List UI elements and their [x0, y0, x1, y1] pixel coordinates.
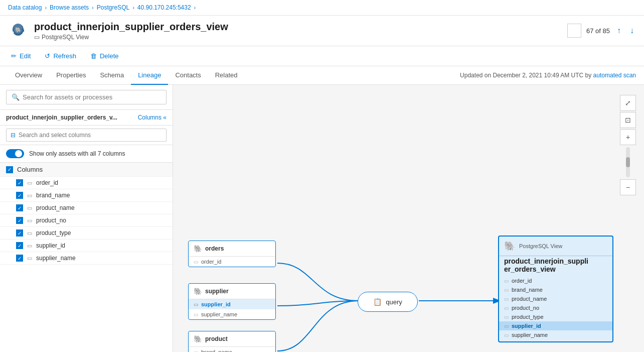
- asset-search-box[interactable]: 🔍: [6, 90, 167, 104]
- nav-up-arrow[interactable]: ↑: [615, 24, 623, 37]
- field-icon: ▭: [504, 305, 509, 311]
- list-item[interactable]: ▭ product_name: [0, 202, 173, 214]
- col-name: product_name: [36, 204, 75, 211]
- updated-by-link[interactable]: automated scan: [593, 72, 636, 79]
- list-item[interactable]: ▭ order_id: [0, 177, 173, 189]
- col-checkbox-product_name[interactable]: [16, 204, 23, 211]
- view-icon: ▭: [34, 34, 40, 41]
- target-field-highlighted: supplier_id: [512, 323, 541, 329]
- field-icon: ▭: [194, 302, 198, 307]
- toggle-row: Show only assets with all 7 columns: [0, 145, 173, 163]
- postgresql-icon: 🐘: [8, 21, 28, 41]
- col-field-icon: ▭: [27, 192, 32, 199]
- target-name: product_innerjoin_supplier_orders_view: [499, 256, 612, 276]
- col-name: product_no: [36, 217, 66, 224]
- columns-list: Columns ▭ order_id ▭ brand_name ▭ produc…: [0, 163, 173, 352]
- field-icon: ▭: [194, 259, 198, 265]
- tabs-list: Overview Properties Schema Lineage Conta…: [8, 66, 245, 84]
- columns-search-wrap: ⊟: [0, 126, 173, 145]
- list-item[interactable]: ▭ brand_name: [0, 189, 173, 202]
- columns-search-box[interactable]: ⊟: [6, 129, 167, 142]
- tab-properties[interactable]: Properties: [49, 66, 93, 85]
- zoom-out-button[interactable]: −: [620, 179, 636, 195]
- supplier-pg-icon: 🐘: [194, 287, 202, 295]
- tab-schema[interactable]: Schema: [93, 66, 131, 85]
- list-item[interactable]: ▭ product_no: [0, 214, 173, 227]
- col-checkbox-product_type[interactable]: [16, 229, 23, 237]
- zoom-slider-thumb[interactable]: [626, 157, 630, 167]
- tab-contacts[interactable]: Contacts: [168, 66, 208, 85]
- zoom-expand-button[interactable]: ⤢: [620, 95, 636, 111]
- nav-down-arrow[interactable]: ↓: [628, 24, 636, 37]
- toolbar: ✏ Edit ↺ Refresh 🗑 Delete: [0, 46, 644, 66]
- page-title: product_innerjoin_supplier_orders_view: [34, 21, 228, 33]
- tab-lineage[interactable]: Lineage: [131, 66, 168, 85]
- filter-icon: ⊟: [11, 132, 16, 139]
- target-field: order_id: [512, 278, 532, 284]
- col-name: order_id: [36, 179, 58, 186]
- header-right: 67 of 85 ↑ ↓: [567, 24, 636, 38]
- breadcrumb-browse-assets[interactable]: Browse assets: [50, 4, 89, 11]
- zoom-fit-button[interactable]: ⊡: [620, 112, 636, 128]
- delete-button[interactable]: 🗑 Delete: [87, 50, 122, 62]
- zoom-in-button[interactable]: +: [620, 129, 636, 145]
- breadcrumb-ip[interactable]: 40.90.170.245:5432: [137, 4, 191, 11]
- nav-counter: 67 of 85: [586, 27, 610, 35]
- refresh-label: Refresh: [53, 52, 76, 60]
- target-row: ▭ product_no: [499, 303, 612, 312]
- delete-label: Delete: [100, 52, 119, 60]
- nav-checkbox[interactable]: [567, 24, 581, 38]
- edit-button[interactable]: ✏ Edit: [8, 50, 34, 62]
- toggle-label: Show only assets with all 7 columns: [29, 150, 125, 157]
- supplier-row-supplier_id: ▭ supplier_id: [189, 299, 275, 309]
- field-icon: ▭: [194, 349, 198, 353]
- zoom-slider-track: [626, 147, 630, 177]
- col-checkbox-order_id[interactable]: [16, 179, 23, 186]
- field-icon: ▭: [504, 287, 509, 293]
- breadcrumb-sep-1: ›: [45, 5, 47, 11]
- tab-overview[interactable]: Overview: [8, 66, 49, 85]
- query-box: 📋 query: [358, 292, 418, 312]
- zoom-controls: ⤢ ⊡ + −: [620, 95, 636, 195]
- supplier-field-id: supplier_id: [201, 301, 231, 307]
- target-row: ▭ supplier_name: [499, 330, 612, 339]
- col-name: supplier_id: [36, 242, 65, 249]
- orders-header: 🐘 orders: [189, 241, 275, 257]
- list-item[interactable]: ▭ supplier_name: [0, 252, 173, 265]
- breadcrumb-postgresql[interactable]: PostgreSQL: [97, 4, 129, 11]
- asset-search-input[interactable]: [23, 93, 161, 101]
- query-label: query: [386, 298, 402, 306]
- refresh-button[interactable]: ↺ Refresh: [42, 50, 79, 62]
- supplier-box: 🐘 supplier ▭ supplier_id ▭ supplier_name: [188, 283, 276, 320]
- tab-related[interactable]: Related: [208, 66, 245, 85]
- columns-search-input[interactable]: [19, 132, 162, 139]
- target-field: product_no: [512, 305, 539, 311]
- product-box: 🐘 product ▭ brand_name ▭ product_name ▭ …: [188, 331, 276, 352]
- col-checkbox-supplier_name[interactable]: [16, 255, 23, 262]
- breadcrumb-sep-4: ›: [194, 5, 196, 11]
- target-header: 🐘 PostgreSQL View: [499, 237, 612, 256]
- columns-toggle-switch[interactable]: [6, 149, 24, 158]
- asset-name: product_innerjoin_supplier_orders_v...: [6, 114, 117, 121]
- target-fields: ▭ order_id ▭ brand_name ▭ product_name ▭…: [499, 276, 612, 341]
- tabs-bar: Overview Properties Schema Lineage Conta…: [0, 66, 644, 85]
- asset-header: product_innerjoin_supplier_orders_v... C…: [0, 110, 173, 126]
- columns-toggle[interactable]: Columns «: [138, 114, 167, 121]
- columns-header-label: Columns: [17, 166, 43, 173]
- list-item[interactable]: ▭ supplier_id: [0, 240, 173, 252]
- col-checkbox-product_no[interactable]: [16, 217, 23, 224]
- field-icon: ▭: [504, 278, 509, 284]
- col-checkbox-supplier_id[interactable]: [16, 242, 23, 249]
- orders-field: order_id: [201, 259, 221, 265]
- list-item[interactable]: ▭ product_type: [0, 227, 173, 240]
- field-icon: ▭: [194, 312, 198, 317]
- target-field: supplier_name: [512, 332, 548, 338]
- product-label: product: [205, 335, 228, 342]
- col-field-icon: ▭: [27, 217, 32, 224]
- page-header: 🐘 product_innerjoin_supplier_orders_view…: [0, 16, 644, 46]
- col-checkbox-brand_name[interactable]: [16, 192, 23, 199]
- header-subtitle: ▭ PostgreSQL View: [34, 34, 228, 41]
- product-header: 🐘 product: [189, 331, 275, 347]
- breadcrumb-data-catalog[interactable]: Data catalog: [8, 4, 42, 11]
- columns-select-all[interactable]: [6, 166, 13, 173]
